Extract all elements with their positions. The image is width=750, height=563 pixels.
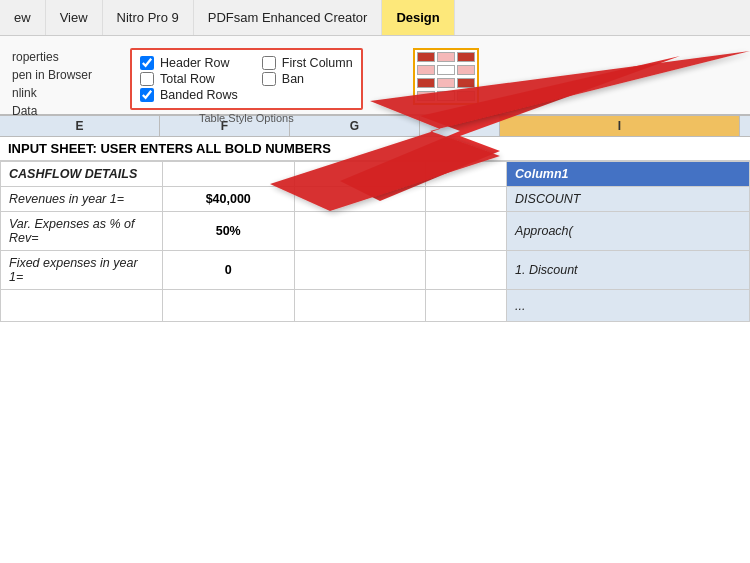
nav-properties[interactable]: roperties xyxy=(12,50,122,64)
tab-view[interactable]: View xyxy=(46,0,103,35)
style-cell xyxy=(417,52,435,62)
style-cell xyxy=(437,52,455,62)
col-header-h xyxy=(420,116,500,136)
table-header-row: CASHFLOW DETAILS Column1 xyxy=(1,162,750,187)
ribbon-tabs: ew View Nitro Pro 9 PDFsam Enhanced Crea… xyxy=(0,0,750,36)
banded-rows-checkbox[interactable] xyxy=(140,88,154,102)
table-style-thumbnails[interactable] xyxy=(413,48,479,105)
data-table: CASHFLOW DETAILS Column1 Revenues in yea… xyxy=(0,161,750,322)
nav-nlink[interactable]: nlink xyxy=(12,86,122,100)
spreadsheet: E F G I INPUT SHEET: USER ENTERS ALL BOL… xyxy=(0,116,750,322)
nav-data[interactable]: Data xyxy=(12,104,122,118)
header-f-cell xyxy=(162,162,294,187)
first-column-checkbox[interactable] xyxy=(262,56,276,70)
row-3-value: 0 xyxy=(162,251,294,290)
total-row-checkbox[interactable] xyxy=(140,72,154,86)
total-row-option[interactable]: Total Row xyxy=(140,72,238,86)
header-g-cell xyxy=(294,162,426,187)
row-2-col-i: Approach( xyxy=(507,212,750,251)
row-4-label xyxy=(1,290,163,322)
section-label: Table Style Options xyxy=(130,112,363,124)
table-row: ... xyxy=(1,290,750,322)
ribbon-left-nav: roperties pen in Browser nlink Data xyxy=(12,42,122,118)
header-row-option[interactable]: Header Row xyxy=(140,56,238,70)
row-2-h xyxy=(426,212,507,251)
row-2-label: Var. Expenses as % of Rev= xyxy=(1,212,163,251)
style-cell xyxy=(417,65,435,75)
sheet-title: INPUT SHEET: USER ENTERS ALL BOLD NUMBER… xyxy=(0,137,750,161)
tab-ew[interactable]: ew xyxy=(0,0,46,35)
nav-open-browser[interactable]: pen in Browser xyxy=(12,68,122,82)
row-2-g xyxy=(294,212,426,251)
row-1-label: Revenues in year 1= xyxy=(1,187,163,212)
row-3-label: Fixed expenses in year 1= xyxy=(1,251,163,290)
first-column-option[interactable]: First Column xyxy=(262,56,353,70)
row-1-col-i: DISCOUNT xyxy=(507,187,750,212)
row-2-value: 50% xyxy=(162,212,294,251)
ribbon-options-panel: roperties pen in Browser nlink Data Head… xyxy=(0,36,750,116)
row-4-value xyxy=(162,290,294,322)
style-cell xyxy=(417,91,435,101)
row-4-g xyxy=(294,290,426,322)
table-row: Var. Expenses as % of Rev= 50% Approach( xyxy=(1,212,750,251)
row-3-g xyxy=(294,251,426,290)
style-cell xyxy=(437,78,455,88)
cashflow-header: CASHFLOW DETAILS xyxy=(1,162,163,187)
column-headers: E F G I xyxy=(0,116,750,137)
style-cell xyxy=(417,78,435,88)
column1-header: Column1 xyxy=(507,162,750,187)
row-3-col-i: 1. Discount xyxy=(507,251,750,290)
col-header-i: I xyxy=(500,116,740,136)
style-cell xyxy=(437,65,455,75)
row-1-g xyxy=(294,187,426,212)
header-h-cell xyxy=(426,162,507,187)
style-cell xyxy=(457,78,475,88)
style-cell xyxy=(457,65,475,75)
table-row: Revenues in year 1= $40,000 DISCOUNT xyxy=(1,187,750,212)
banded-option[interactable]: Ban xyxy=(262,72,353,86)
table-row: Fixed expenses in year 1= 0 1. Discount xyxy=(1,251,750,290)
style-cell xyxy=(457,52,475,62)
tab-design[interactable]: Design xyxy=(382,0,454,35)
banded-rows-option[interactable]: Banded Rows xyxy=(140,88,238,102)
row-1-h xyxy=(426,187,507,212)
table-style-options-box: Header Row Total Row Banded Rows xyxy=(130,48,363,110)
header-row-checkbox[interactable] xyxy=(140,56,154,70)
row-3-h xyxy=(426,251,507,290)
row-1-value: $40,000 xyxy=(162,187,294,212)
style-cell xyxy=(457,91,475,101)
row-4-h xyxy=(426,290,507,322)
style-cell xyxy=(437,91,455,101)
tab-nitro[interactable]: Nitro Pro 9 xyxy=(103,0,194,35)
tab-pdfsam[interactable]: PDFsam Enhanced Creator xyxy=(194,0,383,35)
banded-checkbox[interactable] xyxy=(262,72,276,86)
row-4-col-i: ... xyxy=(507,290,750,322)
